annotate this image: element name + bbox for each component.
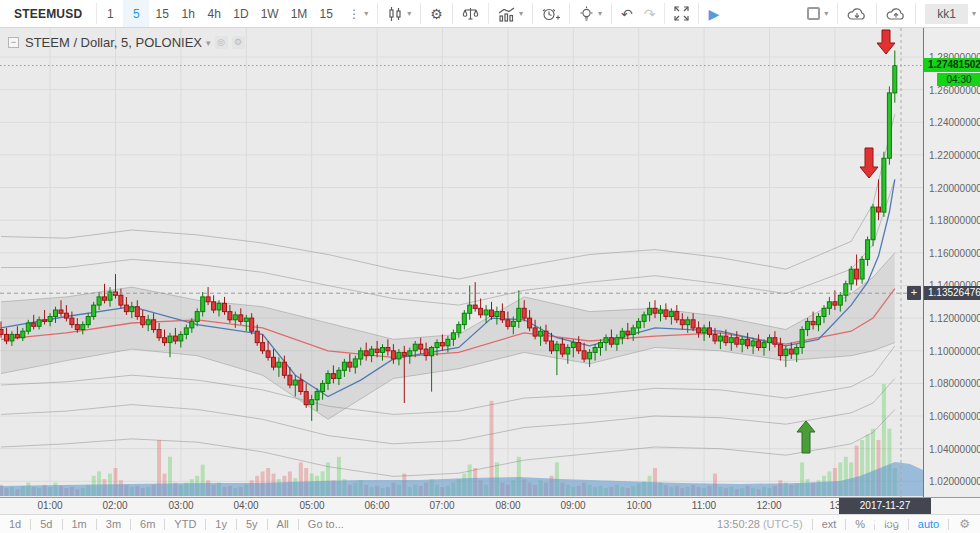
volume-ma-area <box>0 462 923 496</box>
extended-hours-toggle[interactable]: ext <box>813 518 846 530</box>
time-tick-label: 07:00 <box>425 500 459 511</box>
load-layout-button[interactable] <box>838 0 876 27</box>
chart-title[interactable]: STEEM / Dollar, 5, POLONIEX <box>25 35 202 50</box>
chevron-down-icon: ▾ <box>824 9 828 18</box>
trading-chart-app: STEEMUSD 15151h4h1D1W1M15 ⋮ ▾ ▾ ⚙ <box>0 0 980 533</box>
interval-button-15[interactable]: 15 <box>313 0 339 27</box>
arrow-down-annotation[interactable] <box>877 30 895 54</box>
auto-scale-toggle[interactable]: auto <box>909 518 948 530</box>
range-button-5d[interactable]: 5d <box>31 518 61 530</box>
goto-button[interactable]: Go to... <box>299 518 353 530</box>
gear-icon: ⚙ <box>430 7 443 21</box>
price-tick-label: 1.12000000 <box>929 313 980 324</box>
chevron-down-icon: ▾ <box>519 9 523 18</box>
toolbar-spacer <box>728 0 798 27</box>
interval-menu-button[interactable]: ⋮ ▾ <box>339 0 377 27</box>
collapse-icon[interactable]: − <box>8 37 19 48</box>
kebab-icon: ⋮ <box>348 8 360 20</box>
add-alert-button[interactable] <box>533 0 569 27</box>
time-tick-label: 02:00 <box>98 500 132 511</box>
undo-icon: ↶ <box>621 7 633 21</box>
range-button-YTD[interactable]: YTD <box>165 518 205 530</box>
series-settings-icon[interactable]: ⚙ <box>232 36 245 49</box>
compare-button[interactable] <box>453 0 488 27</box>
interval-button-1D[interactable]: 1D <box>227 0 254 27</box>
series-style-icon[interactable]: ◎ <box>215 36 228 49</box>
layout-name-button[interactable]: kk1 ▾ <box>916 0 980 27</box>
time-tick-label: 03:00 <box>164 500 198 511</box>
interval-button-1M[interactable]: 1M <box>285 0 314 27</box>
play-icon: ▶ <box>708 7 719 21</box>
price-tick-label: 1.18000000 <box>929 215 980 226</box>
price-tick-label: 1.24000000 <box>929 117 980 128</box>
grid <box>0 28 923 497</box>
range-group: 1d5d1m3m6mYTD1y5yAll <box>0 518 299 530</box>
time-tick-label: 01:00 <box>33 500 67 511</box>
indicators-icon <box>498 6 515 22</box>
chevron-down-icon: ▾ <box>407 9 411 18</box>
layout-grid-icon <box>807 7 820 20</box>
top-toolbar: STEEMUSD 15151h4h1D1W1M15 ⋮ ▾ ▾ ⚙ <box>0 0 980 28</box>
redo-button[interactable]: ↷ <box>642 0 665 27</box>
chart-style-button[interactable]: ▾ <box>378 0 420 27</box>
interval-button-1W[interactable]: 1W <box>255 0 285 27</box>
price-tick-label: 1.10000000 <box>929 346 980 357</box>
clock-timezone: (UTC-5) <box>763 518 803 530</box>
fullscreen-button[interactable] <box>665 0 698 27</box>
publish-button[interactable]: ▶ <box>699 0 728 27</box>
interval-button-1[interactable]: 1 <box>97 0 123 27</box>
alert-clock-icon <box>542 6 560 22</box>
price-chart-canvas[interactable] <box>0 28 923 497</box>
cloud-download-icon <box>847 6 867 22</box>
envelope-line-2 <box>1 179 895 305</box>
range-button-5y[interactable]: 5y <box>237 518 267 530</box>
range-button-All[interactable]: All <box>268 518 298 530</box>
undo-button[interactable]: ↶ <box>612 0 642 27</box>
price-tick-label: 1.08000000 <box>929 378 980 389</box>
clock-time: 13:50:28 <box>717 518 760 530</box>
envelope-line-5 <box>1 410 895 477</box>
save-layout-button[interactable] <box>877 0 915 27</box>
chevron-down-icon: ▾ <box>972 9 976 18</box>
range-button-3m[interactable]: 3m <box>97 518 130 530</box>
fullscreen-icon <box>674 6 689 21</box>
add-order-plus-button[interactable]: + <box>907 286 921 300</box>
ideas-button[interactable]: ▾ <box>570 0 611 27</box>
bar-countdown-label: 04:30 <box>937 73 980 86</box>
time-tick-label: 08:00 <box>491 500 525 511</box>
time-tick-label: 12:00 <box>752 500 786 511</box>
bottom-toolbar: 1d5d1m3m6mYTD1y5yAll Go to... 13:50:28 (… <box>0 514 980 533</box>
time-tick-label: 09:00 <box>556 500 590 511</box>
chart-area: − STEEM / Dollar, 5, POLONIEX ▾ ◎ ⚙ 1.27… <box>0 28 980 497</box>
interval-button-4h[interactable]: 4h <box>201 0 227 27</box>
time-tick-label: 04:00 <box>229 500 263 511</box>
time-tick-label: 11:00 <box>687 500 721 511</box>
layout-select-button[interactable]: ▾ <box>798 0 837 27</box>
range-button-1d[interactable]: 1d <box>0 518 30 530</box>
redo-icon: ↷ <box>644 7 656 21</box>
chevron-down-icon: ▾ <box>206 38 211 48</box>
interval-button-1h[interactable]: 1h <box>175 0 201 27</box>
interval-button-15[interactable]: 15 <box>149 0 175 27</box>
chevron-down-icon: ▾ <box>598 9 602 18</box>
chart-legend: − STEEM / Dollar, 5, POLONIEX ▾ ◎ ⚙ <box>8 35 245 50</box>
clock-label[interactable]: 13:50:28 (UTC-5) <box>708 518 812 530</box>
range-button-1m[interactable]: 1m <box>63 518 96 530</box>
cloud-upload-icon <box>886 6 906 22</box>
axis-settings-gear-icon[interactable]: ⚙ <box>949 517 980 531</box>
range-button-1y[interactable]: 1y <box>206 518 236 530</box>
price-tick-label: 1.06000000 <box>929 411 980 422</box>
lightbulb-icon <box>579 6 594 22</box>
scales-icon <box>462 6 479 22</box>
chevron-down-icon: ▾ <box>364 9 368 18</box>
interval-button-5[interactable]: 5 <box>123 0 149 27</box>
price-tick-label: 1.02000000 <box>929 476 980 487</box>
settings-button[interactable]: ⚙ <box>421 0 452 27</box>
indicators-button[interactable]: ▾ <box>489 0 532 27</box>
range-button-6m[interactable]: 6m <box>131 518 164 530</box>
price-axis[interactable]: 1.27481502 04:30 1.13526476 + 1.28000000… <box>923 28 980 497</box>
time-axis[interactable]: 1312:0011:0010:0009:0008:0007:0006:0005:… <box>0 497 980 514</box>
symbol-button[interactable]: STEEMUSD <box>0 0 96 27</box>
arrow-down-annotation[interactable] <box>860 148 878 178</box>
last-price-label: 1.27481502 <box>924 58 980 72</box>
